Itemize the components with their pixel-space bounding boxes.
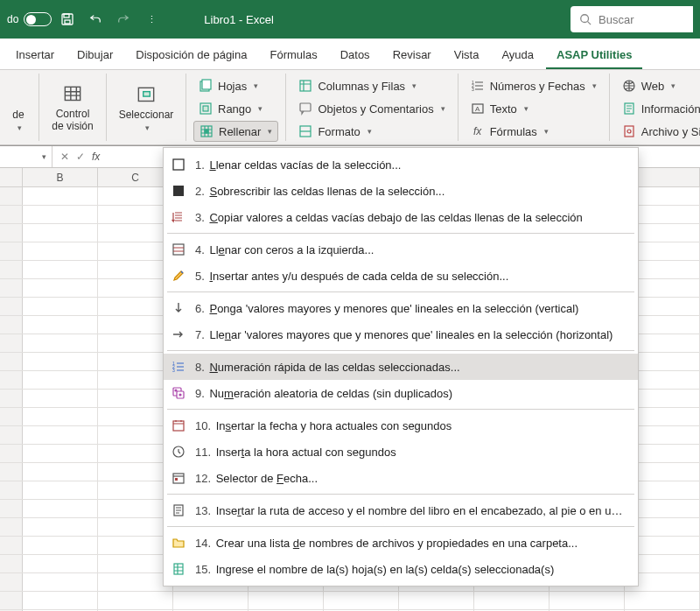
cell[interactable] [23, 445, 98, 462]
btn-hojas[interactable]: Hojas▾ [193, 75, 278, 96]
cell[interactable] [23, 500, 98, 517]
row-header[interactable] [0, 555, 23, 572]
cell[interactable] [474, 592, 550, 609]
tab-vista[interactable]: Vista [444, 41, 490, 69]
btn-formato[interactable]: Formato▾ [293, 121, 450, 142]
cell[interactable] [625, 592, 700, 609]
btn-numeros-fechas[interactable]: 123Números y Fechas▾ [466, 75, 602, 96]
row-header[interactable] [0, 592, 23, 609]
menu-item-11[interactable]: 11. Inserta la hora actual con segundos [164, 439, 638, 465]
cell[interactable] [23, 187, 98, 205]
tab-datos[interactable]: Datos [330, 41, 381, 69]
row-header[interactable] [0, 261, 23, 278]
menu-item-7[interactable]: 7. Llenar 'valores mayores que y menores… [164, 321, 638, 348]
cell[interactable] [23, 261, 98, 278]
btn-rango[interactable]: Rango▾ [193, 98, 278, 119]
row-header[interactable] [0, 371, 23, 389]
ribbon-big-vision[interactable]: Control de visión [46, 75, 99, 140]
col-header[interactable]: B [23, 168, 98, 186]
cell[interactable] [23, 353, 98, 370]
menu-item-13[interactable]: 13. Insertar la ruta de acceso y el nomb… [164, 497, 638, 523]
cell[interactable] [23, 555, 98, 572]
row-header[interactable] [0, 426, 23, 444]
menu-item-5[interactable]: 5. Insertar antes y/u después de cada ce… [164, 263, 638, 289]
cell[interactable] [324, 592, 399, 609]
save-icon[interactable] [55, 7, 80, 32]
cell[interactable] [399, 592, 474, 609]
menu-item-9[interactable]: 9. Numeración aleatoria de celdas (sin d… [164, 380, 638, 406]
cell[interactable] [23, 463, 98, 481]
cell[interactable] [23, 573, 98, 591]
name-box[interactable]: ▾ [0, 146, 52, 167]
search-box[interactable]: Buscar [570, 6, 693, 32]
row-header[interactable] [0, 242, 23, 260]
cell[interactable] [23, 371, 98, 389]
tab-formulas[interactable]: Fórmulas [259, 41, 327, 69]
row-header[interactable] [0, 187, 23, 205]
btn-objetos[interactable]: Objetos y Comentarios▾ [293, 98, 450, 119]
tab-asap-utilities[interactable]: ASAP Utilities [546, 41, 642, 69]
menu-item-8[interactable]: 1238. Numeración rápida de las celdas se… [164, 354, 638, 380]
cell[interactable] [173, 592, 248, 609]
cell[interactable] [23, 279, 98, 297]
menu-item-10[interactable]: 10. Insertar la fecha y hora actuales co… [164, 412, 638, 439]
tab-disposicion[interactable]: Disposición de página [125, 41, 257, 69]
cell[interactable] [23, 408, 98, 425]
row-header[interactable] [0, 537, 23, 554]
btn-web[interactable]: Web▾ [617, 75, 700, 96]
cell[interactable] [23, 481, 98, 499]
menu-item-3[interactable]: 3. Copiar valores a celdas vacías debajo… [164, 204, 638, 230]
cell[interactable] [23, 224, 98, 242]
row-header[interactable] [0, 279, 23, 297]
cell[interactable] [23, 316, 98, 334]
row-header[interactable] [0, 445, 23, 462]
row-header[interactable] [0, 500, 23, 517]
cell[interactable] [23, 298, 98, 315]
menu-item-12[interactable]: 12. Selector de Fecha... [164, 465, 638, 491]
tab-dibujar[interactable]: Dibujar [66, 41, 123, 69]
cell[interactable] [23, 242, 98, 260]
row-header[interactable] [0, 224, 23, 242]
cell[interactable] [23, 426, 98, 444]
select-all-corner[interactable] [0, 168, 23, 186]
btn-formulas[interactable]: fxFórmulas▾ [466, 121, 602, 142]
cancel-formula-icon[interactable]: ✕ [58, 151, 72, 163]
tab-ayuda[interactable]: Ayuda [491, 41, 544, 69]
cell[interactable] [23, 206, 98, 223]
qat-customize-icon[interactable]: ⋮ [139, 7, 164, 32]
cell[interactable] [23, 592, 98, 609]
fx-icon[interactable]: fx [89, 151, 102, 163]
cell[interactable] [23, 518, 98, 536]
cell[interactable] [98, 592, 173, 609]
row-header[interactable] [0, 206, 23, 223]
cell[interactable] [248, 592, 324, 609]
btn-texto[interactable]: ATexto▾ [466, 98, 602, 119]
accept-formula-icon[interactable]: ✓ [74, 151, 88, 163]
menu-item-1[interactable]: 1. Llenar celdas vacías de la selección.… [164, 151, 638, 178]
redo-icon[interactable] [111, 7, 136, 32]
menu-item-6[interactable]: 6. Ponga 'valores mayores y menores que'… [164, 295, 638, 321]
row-header[interactable] [0, 481, 23, 499]
row-header[interactable] [0, 573, 23, 591]
cell[interactable] [550, 592, 625, 609]
undo-icon[interactable] [83, 7, 108, 32]
tab-insertar[interactable]: Insertar [5, 41, 65, 69]
row-header[interactable] [0, 334, 23, 352]
row-header[interactable] [0, 390, 23, 407]
menu-item-15[interactable]: 15. Ingrese el nombre de la(s) hoja(s) e… [164, 556, 638, 582]
ribbon-big-de[interactable]: de ▾ [5, 75, 32, 140]
tab-revisar[interactable]: Revisar [382, 41, 442, 69]
row-header[interactable] [0, 518, 23, 536]
menu-item-14[interactable]: 14. Crear una lista de nombres de archiv… [164, 530, 638, 556]
row-header[interactable] [0, 408, 23, 425]
btn-rellenar[interactable]: Rellenar▾ [193, 121, 278, 142]
row-header[interactable] [0, 298, 23, 315]
btn-archivo-sistema[interactable]: Archivo y Sistema▾ [617, 121, 700, 142]
row-header[interactable] [0, 463, 23, 481]
ribbon-big-seleccionar[interactable]: Seleccionar ▾ [114, 75, 178, 140]
menu-item-2[interactable]: 2. Sobrescribir las celdas llenas de la … [164, 178, 638, 204]
menu-item-4[interactable]: 4. Llenar con ceros a la izquierda... [164, 236, 638, 263]
autosave-toggle[interactable] [24, 12, 52, 26]
cell[interactable] [23, 537, 98, 554]
row-header[interactable] [0, 353, 23, 370]
